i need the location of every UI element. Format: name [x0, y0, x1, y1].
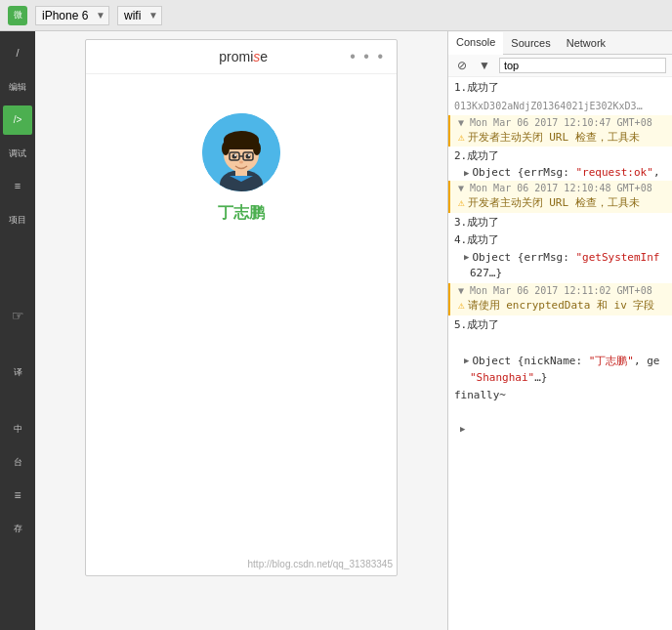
warning-content-3: ⚠ 请使用 encryptedData 和 iv 字段	[454, 297, 672, 314]
sidebar-item-slash[interactable]: /	[3, 39, 32, 68]
warning-group-3: ▼ Mon Mar 06 2017 12:11:02 GMT+08 ⚠ 请使用 …	[448, 283, 672, 315]
sidebar-item-edit[interactable]: 编辑	[3, 72, 32, 102]
top-bar: 微 iPhone 6 iPhone 5 iPad ▼ wifi 4G 3G ▼	[0, 0, 672, 31]
phone-title-bar: promise • • •	[86, 40, 397, 74]
expand-icon: ▶	[464, 356, 469, 365]
title-suffix: e	[260, 49, 268, 64]
devtools-toolbar: ⊘ ▼	[448, 55, 672, 77]
phone-menu-dots[interactable]: • • •	[350, 48, 385, 65]
app-icon: 微	[8, 6, 27, 25]
device-select[interactable]: iPhone 6 iPhone 5 iPad	[35, 6, 109, 25]
sidebar-item-cursor[interactable]: ☞	[3, 301, 32, 330]
clear-console-button[interactable]: ⊘	[454, 58, 470, 73]
sidebar-label: 调试	[9, 148, 26, 159]
log-finally: finally~	[448, 387, 672, 405]
devtools-tabs: Console Sources Network	[448, 31, 672, 55]
warning-text-3: 请使用 encryptedData 和 iv 字段	[468, 298, 655, 313]
warning-content-1: ⚠ 开发者主动关闭 URL 检查，工具未	[454, 129, 672, 146]
sidebar-label: 中	[14, 424, 22, 435]
sidebar-label: /	[16, 47, 19, 60]
sidebar-label: 编辑	[9, 82, 26, 93]
object-text: Object {nickName: "丁志鹏", ge	[472, 354, 659, 368]
cursor-icon: ☞	[12, 308, 24, 324]
phone-title: promise	[137, 49, 350, 64]
log-continuation: "Shanghai"…}	[448, 369, 672, 388]
filter-input[interactable]	[499, 58, 666, 73]
avatar-svg	[202, 113, 280, 191]
svg-rect-7	[224, 140, 259, 149]
log-line: 1.成功了	[448, 79, 672, 98]
sidebar-label: ≡	[14, 488, 21, 502]
sidebar-label: 译	[14, 367, 22, 378]
tab-sources[interactable]: Sources	[503, 31, 558, 54]
warning-header-1[interactable]: ▼ Mon Mar 06 2017 12:10:47 GMT+08	[454, 116, 672, 129]
warning-icon-1: ⚠	[458, 131, 465, 144]
sidebar-item-project[interactable]: 项目	[3, 205, 32, 234]
top-bar-controls: 微 iPhone 6 iPhone 5 iPad ▼ wifi 4G 3G ▼	[8, 6, 162, 25]
sidebar-label: ≡	[15, 180, 21, 192]
object-text: Object {errMsg: "request:ok",	[472, 166, 659, 179]
svg-point-15	[239, 161, 243, 164]
warning-header-2[interactable]: ▼ Mon Mar 06 2017 12:10:48 GMT+08	[454, 182, 672, 194]
sidebar-label: />	[14, 114, 22, 126]
sidebar-item-code[interactable]: />	[3, 105, 32, 135]
log-line: 2.成功了	[448, 147, 672, 166]
tab-console[interactable]: Console	[448, 32, 503, 55]
log-line: 4.成功了	[448, 231, 672, 250]
left-sidebar: / 编辑 /> 调试 ≡ 项目 ☞ 译 中 台 ≡	[0, 31, 35, 630]
expand-icon: ▶	[464, 168, 469, 178]
log-line: 3.成功了	[448, 214, 672, 232]
log-line: 5.成功了	[448, 316, 672, 335]
phone-frame: promise • • •	[85, 39, 398, 576]
sidebar-item-translate[interactable]: 译	[3, 357, 32, 387]
log-line: 013KxD302aNdjZ01364021jE302KxD3…	[448, 98, 672, 114]
network-selector[interactable]: wifi 4G 3G ▼	[117, 6, 162, 25]
timestamp-3: ▼ Mon Mar 06 2017 12:11:02 GMT+08	[458, 285, 652, 296]
svg-point-13	[234, 154, 236, 156]
warning-group-1: ▼ Mon Mar 06 2017 12:10:47 GMT+08 ⚠ 开发者主…	[448, 115, 672, 147]
log-object[interactable]: ▶ Object {nickName: "丁志鹏", ge	[448, 353, 672, 369]
sidebar-item-zh[interactable]: 中	[3, 414, 32, 443]
warning-icon-3: ⚠	[458, 299, 465, 312]
sidebar-item-platform[interactable]: 台	[3, 447, 32, 477]
user-name: 丁志鹏	[218, 203, 265, 224]
timestamp-1: ▼ Mon Mar 06 2017 12:10:47 GMT+08	[458, 117, 652, 128]
sidebar-item-menu[interactable]: ≡	[3, 172, 32, 201]
log-expand-row[interactable]: ▶	[448, 423, 672, 435]
main-area: / 编辑 /> 调试 ≡ 项目 ☞ 译 中 台 ≡	[0, 31, 672, 630]
warning-icon-2: ⚠	[458, 196, 465, 209]
title-prefix: promi	[219, 49, 253, 64]
object-text: Object {errMsg: "getSystemInf	[472, 251, 659, 264]
sidebar-label: 存	[14, 524, 22, 534]
wifi-select[interactable]: wifi 4G 3G	[117, 6, 162, 25]
sidebar-item-debug[interactable]: 调试	[3, 139, 32, 168]
log-blank	[448, 334, 672, 353]
sidebar-label: 项目	[9, 215, 26, 226]
device-selector[interactable]: iPhone 6 iPhone 5 iPad ▼	[35, 6, 109, 25]
sidebar-label: 台	[14, 457, 22, 468]
tab-network[interactable]: Network	[559, 31, 613, 54]
devtools-content[interactable]: 1.成功了 013KxD302aNdjZ01364021jE302KxD3… ▼…	[448, 77, 672, 630]
warning-content-2: ⚠ 开发者主动关闭 URL 检查，工具未	[454, 194, 672, 211]
warning-header-3[interactable]: ▼ Mon Mar 06 2017 12:11:02 GMT+08	[454, 284, 672, 297]
svg-point-12	[246, 154, 251, 159]
filter-button[interactable]: ▼	[476, 58, 493, 73]
phone-area: promise • • •	[35, 31, 447, 630]
warning-text-2: 开发者主动关闭 URL 检查，工具未	[468, 195, 640, 210]
svg-point-11	[232, 154, 237, 159]
log-continuation: 627…}	[448, 265, 672, 283]
expand-icon: ▶	[464, 252, 469, 262]
warning-group-2: ▼ Mon Mar 06 2017 12:10:48 GMT+08 ⚠ 开发者主…	[448, 181, 672, 212]
log-object[interactable]: ▶ Object {errMsg: "getSystemInf	[448, 250, 672, 265]
devtools-panel: Console Sources Network ⊘ ▼ 1.成功了 013KxD…	[447, 31, 672, 630]
log-object[interactable]: ▶ Object {errMsg: "request:ok",	[448, 165, 672, 180]
sidebar-item-layers[interactable]: ≡	[3, 481, 32, 510]
user-avatar	[202, 113, 280, 191]
sidebar-item-save[interactable]: 存	[3, 514, 32, 543]
log-blank2	[448, 405, 672, 424]
timestamp-2: ▼ Mon Mar 06 2017 12:10:48 GMT+08	[458, 183, 652, 193]
warning-text-1: 开发者主动关闭 URL 检查，工具未	[468, 130, 640, 145]
watermark: http://blog.csdn.net/qq_31383345	[248, 559, 393, 569]
expand-icon: ▶	[460, 424, 465, 434]
phone-content: 丁志鹏	[86, 74, 397, 575]
